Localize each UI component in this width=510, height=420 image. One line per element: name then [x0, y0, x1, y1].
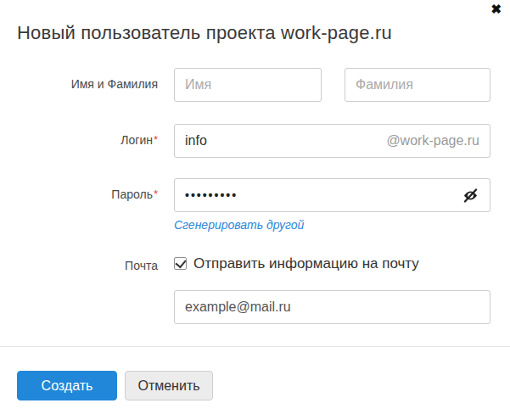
login-row-label: Логин* [0, 133, 158, 147]
send-info-checkbox[interactable] [174, 257, 187, 270]
footer-divider [0, 346, 510, 347]
password-masked-value: ••••••••• [185, 188, 238, 202]
login-value: info [185, 133, 207, 148]
password-row-label: Пароль* [0, 188, 158, 201]
email-input[interactable] [174, 290, 490, 324]
login-input[interactable]: info @work-page.ru [174, 124, 490, 158]
name-row-label: Имя и Фамилия [0, 77, 158, 91]
mail-row-label: Почта [0, 259, 158, 272]
create-button[interactable]: Создать [17, 371, 117, 400]
required-asterisk: * [154, 188, 158, 200]
close-icon[interactable]: ✖ [490, 2, 502, 17]
eye-slash-icon[interactable] [461, 186, 479, 204]
login-domain-suffix: @work-page.ru [386, 133, 479, 148]
send-info-checkbox-label[interactable]: Отправить информацию на почту [193, 255, 419, 272]
dialog-title: Новый пользователь проекта work-page.ru [17, 22, 392, 44]
generate-password-link[interactable]: Сгенерировать другой [174, 218, 304, 232]
cancel-button[interactable]: Отменить [125, 371, 213, 400]
first-name-input[interactable] [174, 68, 322, 102]
required-asterisk: * [154, 133, 158, 146]
new-user-dialog: ✖ Новый пользователь проекта work-page.r… [0, 0, 510, 420]
last-name-input[interactable] [345, 68, 490, 102]
password-input[interactable]: ••••••••• [174, 178, 490, 212]
